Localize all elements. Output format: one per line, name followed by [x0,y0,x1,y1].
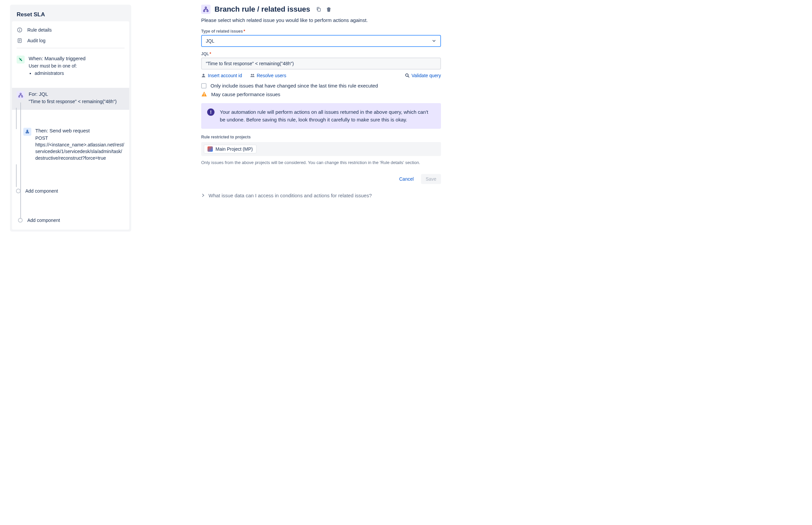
svg-point-20 [252,74,254,75]
svg-line-22 [408,76,409,77]
svg-point-11 [26,132,27,133]
info-callout: ! Your automation rule will perform acti… [201,103,441,129]
svg-rect-17 [318,8,320,11]
trigger-node[interactable]: When: Manually triggered User must be in… [12,52,129,80]
tab-label: Audit log [27,38,45,43]
rule-sidebar: Reset SLA Rule details Audit log [10,5,131,231]
resolve-users-link[interactable]: Resolve users [250,73,287,78]
chevron-right-icon [201,193,205,197]
action-node[interactable]: Then: Send web request POST https://<ins… [23,124,129,166]
search-icon [405,73,410,78]
action-title: Then: Send web request [35,128,125,133]
only-changed-checkbox[interactable] [201,83,206,89]
branch-icon [17,91,25,99]
trigger-desc: User must be in one of: [29,62,125,69]
rule-name: Reset SLA [12,7,129,21]
info-icon [17,27,23,33]
document-icon [17,38,23,43]
trigger-role: administrators [35,71,125,76]
trigger-icon [17,56,25,63]
user-icon [201,73,206,78]
svg-rect-9 [19,96,20,97]
only-changed-label: Only include issues that have changed si… [211,83,378,89]
expander-label: What issue data can I access in conditio… [208,193,372,198]
tab-rule-details[interactable]: Rule details [12,25,129,35]
add-circle-icon [16,189,21,193]
page-subtitle: Please select which related issue you wo… [201,17,441,23]
svg-point-7 [21,60,22,61]
svg-rect-2 [19,30,20,31]
trigger-title: When: Manually triggered [29,56,125,61]
info-text: Your automation rule will perform action… [220,108,435,123]
project-chip-label: Main Project (MP) [216,146,253,152]
jql-input[interactable] [201,58,441,70]
svg-point-12 [28,132,29,133]
svg-point-13 [27,130,28,131]
add-label: Add component [27,217,60,223]
type-value: JQL [206,38,215,44]
tab-audit-log[interactable]: Audit log [12,35,129,46]
restricted-helper: Only issues from the above projects will… [201,159,441,166]
branch-title: For: JQL [29,91,125,97]
data-access-expander[interactable]: What issue data can I access in conditio… [201,193,441,198]
info-icon: ! [207,108,215,116]
branch-node[interactable]: For: JQL "Time to first response" < rema… [12,88,129,109]
svg-rect-16 [207,10,208,12]
svg-rect-14 [205,7,206,8]
copy-icon[interactable] [315,6,322,13]
branch-config-panel: Branch rule / related issues Please sele… [201,5,441,198]
project-avatar-icon [207,146,213,152]
branch-icon [201,5,211,14]
type-label: Type of related issues* [201,29,441,34]
action-desc: POST https://<instance_name>.atlassian.n… [35,135,125,162]
restricted-label: Rule restricted to projects [201,135,441,139]
jql-label: JQL* [201,51,441,56]
svg-rect-8 [20,93,21,94]
svg-rect-23 [204,93,204,95]
validate-query-link[interactable]: Validate query [405,73,441,78]
add-component-inner[interactable]: Add component [13,186,129,196]
type-select[interactable]: JQL [201,35,441,47]
project-row: Main Project (MP) [201,142,441,156]
svg-rect-10 [21,96,23,97]
rule-card: Rule details Audit log When: Manually tr… [12,21,129,229]
insert-account-link[interactable]: Insert account id [201,73,242,78]
project-chip[interactable]: Main Project (MP) [204,145,257,153]
tab-label: Rule details [27,27,52,33]
add-component-outer[interactable]: Add component [12,215,129,225]
cancel-button[interactable]: Cancel [394,174,418,184]
add-label: Add component [25,188,58,194]
page-title: Branch rule / related issues [215,5,310,14]
webhook-icon [23,128,31,136]
chevron-down-icon [432,39,436,43]
trash-icon[interactable] [325,6,332,13]
save-button[interactable]: Save [421,174,441,184]
svg-point-24 [204,95,204,96]
svg-point-18 [203,74,204,76]
warning-icon [201,91,207,97]
users-icon [250,73,255,78]
perf-warning: May cause performance issues [211,91,280,97]
branch-desc: "Time to first response" < remaining("48… [29,98,125,105]
svg-rect-15 [203,10,205,12]
svg-point-19 [251,74,252,75]
svg-point-1 [19,29,20,29]
